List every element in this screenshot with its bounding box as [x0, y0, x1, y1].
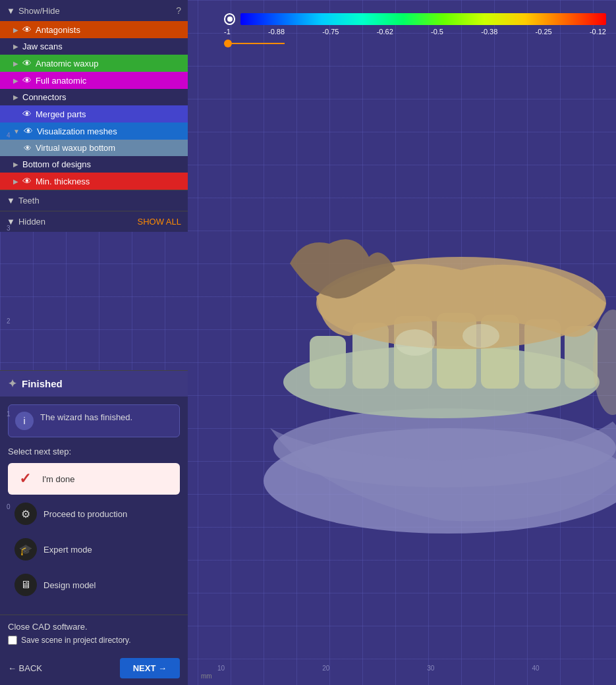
show-hide-label: Show/Hide [18, 6, 60, 16]
ruler-4: 4 [7, 132, 11, 139]
expert-icon: 🎓 [14, 538, 37, 561]
scale-label-1: -0.88 [268, 28, 285, 36]
next-button[interactable]: NEXT → [120, 658, 180, 678]
step-option-production[interactable]: ⚙ Proceed to production [8, 497, 180, 530]
wizard-panel: ✦ Finished i The wizard has finished. Se… [0, 370, 188, 685]
item-label-virtual-waxup: Virtual waxup bottom [36, 143, 115, 153]
dental-model [184, 99, 616, 573]
save-scene-checkbox[interactable] [8, 636, 17, 645]
close-cad-section: Close CAD software. Save scene in projec… [0, 615, 188, 651]
scale-label-6: -0.25 [536, 28, 552, 36]
wizard-buttons: ← BACK NEXT → [0, 651, 188, 685]
ruler-b-30: 30 [427, 665, 434, 672]
expand-icon-connectors: ▶ [13, 94, 18, 101]
step-label-production: Proceed to production [43, 509, 127, 519]
svg-point-12 [462, 324, 499, 348]
scale-label-4: -0.5 [431, 28, 443, 36]
eye-icon-visualization: 👁 [24, 126, 33, 136]
expand-icon-bottom: ▶ [13, 161, 18, 168]
help-icon[interactable]: ? [176, 5, 181, 16]
step-label-done: I'm done [42, 474, 74, 484]
item-label-jaw: Jaw scans [22, 41, 63, 51]
design-icon: 🖥 [14, 574, 37, 596]
scale-indicator-dot [224, 40, 232, 47]
teeth-header[interactable]: ▼ Teeth [0, 190, 188, 211]
done-icon: ✓ [14, 468, 36, 489]
wizard-content: i The wizard has finished. Select next s… [0, 397, 188, 612]
eye-icon-antagonists: 👁 [22, 24, 32, 35]
scale-label-7: -0.12 [590, 28, 606, 36]
eye-icon-virtual-waxup: 👁 [24, 144, 32, 153]
item-label-antagonists: Antagonists [36, 25, 80, 35]
item-label-visualization: Visualization meshes [37, 126, 117, 136]
sidebar-item-min-thickness[interactable]: ▶ 👁 Min. thickness [0, 173, 188, 190]
eye-icon-full: 👁 [22, 75, 32, 86]
svg-point-13 [593, 310, 616, 415]
scale-indicator-line [232, 43, 285, 44]
production-icon: ⚙ [14, 503, 37, 525]
sidebar-item-merged[interactable]: ▶ 👁 Merged parts [0, 105, 188, 123]
sidebar-item-antagonists[interactable]: ▶ 👁 Antagonists [0, 21, 188, 38]
ruler-b-10: 10 [217, 665, 225, 672]
show-all-button[interactable]: SHOW ALL [138, 217, 181, 227]
wizard-header: ✦ Finished [0, 371, 188, 397]
ruler-2: 2 [7, 317, 11, 325]
item-label-connectors: Connectors [22, 92, 66, 102]
scale-label-5: -0.38 [481, 28, 497, 36]
hidden-label: Hidden [18, 217, 45, 227]
eye-icon-anatomic: 👁 [22, 58, 32, 68]
save-scene-row[interactable]: Save scene in project directory. [8, 636, 180, 645]
expand-icon-minthickness: ▶ [13, 178, 18, 185]
eye-icon-merged: 👁 [22, 109, 32, 119]
step-label-expert: Expert mode [43, 545, 92, 555]
sidebar-item-virtual-waxup[interactable]: 👁 Virtual waxup bottom [0, 140, 188, 156]
sidebar-item-anatomic[interactable]: ▶ 👁 Anatomic waxup [0, 55, 188, 72]
item-label-bottom-designs: Bottom of designs [22, 159, 91, 169]
sidebar-item-visualization[interactable]: ▼ 👁 Visualization meshes [0, 123, 188, 140]
mm-label: mm [201, 672, 212, 680]
eye-icon-minthickness: 👁 [22, 176, 32, 186]
svg-point-11 [395, 329, 435, 356]
sidebar-item-connectors[interactable]: ▶ Connectors [0, 89, 188, 105]
item-label-merged: Merged parts [36, 109, 86, 119]
step-label-design: Design model [43, 580, 96, 590]
sidebar-item-bottom-designs[interactable]: ▶ Bottom of designs [0, 156, 188, 173]
svg-rect-3 [310, 336, 346, 389]
scale-label-2: -0.75 [322, 28, 339, 36]
chevron-down-icon: ▼ [7, 6, 15, 16]
expand-icon-antagonists: ▶ [13, 26, 18, 34]
step-option-done[interactable]: ✓ I'm done [8, 463, 180, 495]
teeth-label: Teeth [18, 196, 40, 206]
item-label-full: Full anatomic [36, 76, 86, 86]
back-button[interactable]: ← BACK [8, 658, 42, 678]
show-hide-header[interactable]: ▼ Show/Hide ? [0, 0, 188, 21]
hidden-header[interactable]: ▼ Hidden SHOW ALL [0, 211, 188, 232]
close-cad-label: Close CAD software. [8, 622, 180, 632]
scale-label-3: -0.62 [377, 28, 393, 36]
colorscale-bar [240, 13, 606, 25]
ruler-1: 1 [7, 410, 11, 418]
wizard-info-text: The wizard has finished. [40, 412, 132, 424]
ruler-0: 0 [7, 503, 11, 510]
wizard-info-box: i The wizard has finished. [8, 404, 180, 437]
item-label-anatomic: Anatomic waxup [36, 59, 98, 68]
step-option-expert[interactable]: 🎓 Expert mode [8, 533, 180, 566]
colorscale: -1 -0.88 -0.75 -0.62 -0.5 -0.38 -0.25 -0… [224, 13, 606, 49]
sidebar: ▼ Show/Hide ? ▶ 👁 Antagonists ▶ Jaw scan… [0, 0, 188, 232]
sidebar-item-full[interactable]: ▶ 👁 Full anatomic [0, 72, 188, 89]
expand-icon-anatomic: ▶ [13, 60, 18, 67]
ruler-b-40: 40 [532, 665, 539, 672]
expand-icon-full: ▶ [13, 77, 18, 84]
select-label: Select next step: [8, 447, 180, 456]
sidebar-item-jaw[interactable]: ▶ Jaw scans [0, 38, 188, 55]
ruler-b-20: 20 [322, 665, 329, 672]
wizard-header-label: Finished [22, 378, 63, 389]
step-option-design[interactable]: 🖥 Design model [8, 568, 180, 601]
save-scene-label: Save scene in project directory. [21, 636, 131, 645]
scale-label-0: -1 [224, 28, 231, 36]
expand-icon-jaw: ▶ [13, 43, 18, 50]
ruler-3: 3 [7, 225, 11, 232]
info-icon: i [15, 412, 34, 430]
item-label-minthickness: Min. thickness [36, 177, 90, 186]
expand-icon-visualization: ▼ [13, 128, 20, 135]
